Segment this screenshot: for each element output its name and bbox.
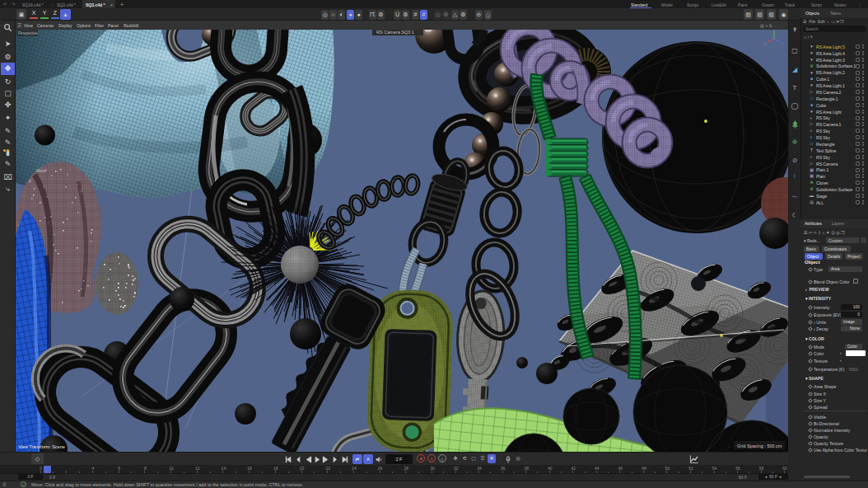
- svg-text:x: x: [764, 41, 766, 45]
- svg-text:↺: ↺: [426, 30, 430, 35]
- svg-text:Move: Move: [36, 168, 46, 173]
- svg-text:RS Camera SQ3 1: RS Camera SQ3 1: [376, 30, 414, 35]
- svg-text:View Transform: Scene: View Transform: Scene: [18, 444, 65, 449]
- svg-text:Perspective: Perspective: [18, 31, 38, 35]
- svg-text:z: z: [782, 41, 783, 45]
- svg-text:y: y: [773, 30, 775, 31]
- svg-text:Grid Spacing : 500 cm: Grid Spacing : 500 cm: [737, 443, 782, 448]
